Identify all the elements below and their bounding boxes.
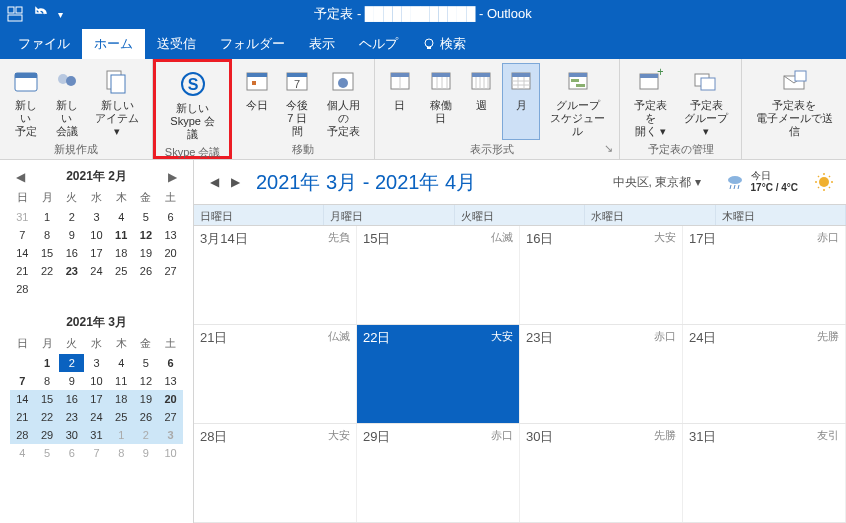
- cal-day[interactable]: 24日先勝: [683, 325, 846, 423]
- mini-cal-day[interactable]: 25: [109, 262, 134, 280]
- mini-cal-day[interactable]: 23: [59, 262, 84, 280]
- mini-cal-day[interactable]: 3: [158, 426, 183, 444]
- mini-cal-day[interactable]: 21: [10, 408, 35, 426]
- mini-cal-day[interactable]: 2: [59, 354, 84, 372]
- cal-day[interactable]: 16日大安: [520, 226, 683, 324]
- cal-day[interactable]: 31日友引: [683, 424, 846, 522]
- mini-cal-day[interactable]: 17: [84, 244, 109, 262]
- tab-file[interactable]: ファイル: [6, 29, 82, 59]
- mini-cal-day[interactable]: 20: [158, 244, 183, 262]
- mini-cal-day[interactable]: 3: [84, 354, 109, 372]
- mini-cal-day[interactable]: 15: [35, 390, 60, 408]
- mini-cal-day[interactable]: 19: [134, 390, 159, 408]
- cal-day[interactable]: 23日赤口: [520, 325, 683, 423]
- cal-next-icon[interactable]: ▶: [227, 173, 244, 191]
- calendar-groups-button[interactable]: 予定表 グループ ▾: [677, 63, 735, 140]
- location-picker[interactable]: 中央区, 東京都 ▾: [613, 174, 701, 191]
- cal-day[interactable]: 3月14日先負: [194, 226, 357, 324]
- cal-prev-icon[interactable]: ◀: [206, 173, 223, 191]
- next-month-icon[interactable]: ▶: [162, 170, 183, 184]
- mini-cal-day[interactable]: 30: [59, 426, 84, 444]
- mini-cal-day[interactable]: 16: [59, 390, 84, 408]
- next7days-button[interactable]: 7今後 7 日間: [278, 63, 316, 140]
- mini-cal-day[interactable]: 8: [35, 226, 60, 244]
- today-button[interactable]: 今日: [238, 63, 276, 140]
- mini-cal-day[interactable]: 21: [10, 262, 35, 280]
- mini-cal-day[interactable]: 5: [134, 354, 159, 372]
- mini-cal-day[interactable]: 25: [109, 408, 134, 426]
- mini-cal-day[interactable]: 8: [109, 444, 134, 462]
- month-view-button[interactable]: 月: [502, 63, 540, 140]
- mini-cal-day[interactable]: 18: [109, 390, 134, 408]
- mini-cal-day[interactable]: 5: [134, 208, 159, 226]
- mini-cal-day[interactable]: 27: [158, 408, 183, 426]
- mini-cal-day[interactable]: 13: [158, 372, 183, 390]
- mini-cal-day[interactable]: 6: [158, 208, 183, 226]
- week-view-button[interactable]: 週: [462, 63, 500, 140]
- mini-cal-day[interactable]: 10: [84, 372, 109, 390]
- cal-day[interactable]: 15日仏滅: [357, 226, 520, 324]
- mini-cal-day[interactable]: 11: [109, 226, 134, 244]
- qat-dropdown-icon[interactable]: ▾: [58, 9, 63, 20]
- new-appointment-button[interactable]: 新しい 予定: [6, 63, 45, 140]
- mini-cal-day[interactable]: 7: [10, 226, 35, 244]
- mini-cal-day[interactable]: 4: [109, 354, 134, 372]
- mini-cal-day[interactable]: 12: [134, 372, 159, 390]
- mini-cal-day[interactable]: 24: [84, 262, 109, 280]
- mini-cal-day[interactable]: [10, 354, 35, 372]
- mini-cal-day[interactable]: 19: [134, 244, 159, 262]
- undo-icon[interactable]: [32, 5, 50, 23]
- mini-cal-day[interactable]: 3: [84, 208, 109, 226]
- tab-view[interactable]: 表示: [297, 29, 347, 59]
- mini-cal-day[interactable]: 12: [134, 226, 159, 244]
- mini-cal-day[interactable]: 4: [109, 208, 134, 226]
- mini-cal-day[interactable]: 31: [10, 208, 35, 226]
- mini-cal-day[interactable]: 8: [35, 372, 60, 390]
- mini-cal-day[interactable]: 5: [35, 444, 60, 462]
- mini-cal-day[interactable]: 2: [134, 426, 159, 444]
- mini-cal-day[interactable]: 29: [35, 426, 60, 444]
- mini-cal-day[interactable]: 27: [158, 262, 183, 280]
- prev-month-icon[interactable]: ◀: [10, 170, 31, 184]
- mini-cal-day[interactable]: 28: [10, 280, 35, 298]
- mini-cal-day[interactable]: 16: [59, 244, 84, 262]
- mini-cal-day[interactable]: 14: [10, 244, 35, 262]
- tab-sendrecv[interactable]: 送受信: [145, 29, 208, 59]
- new-meeting-button[interactable]: 新しい 会議: [47, 63, 86, 140]
- new-skype-meeting-button[interactable]: S新しい Skype 会議: [162, 66, 223, 143]
- mini-cal-day[interactable]: 26: [134, 408, 159, 426]
- mini-cal-day[interactable]: 9: [134, 444, 159, 462]
- tab-folder[interactable]: フォルダー: [208, 29, 297, 59]
- mini-cal-day[interactable]: 14: [10, 390, 35, 408]
- mini-cal-day[interactable]: 4: [10, 444, 35, 462]
- mini-cal-day[interactable]: 26: [134, 262, 159, 280]
- mini-cal-day[interactable]: 10: [158, 444, 183, 462]
- mini-cal-day[interactable]: 7: [10, 372, 35, 390]
- mini-cal-day[interactable]: 22: [35, 408, 60, 426]
- mini-cal-day[interactable]: 7: [84, 444, 109, 462]
- tab-search[interactable]: 検索: [410, 29, 478, 59]
- tab-home[interactable]: ホーム: [82, 29, 145, 59]
- workweek-view-button[interactable]: 稼働日: [421, 63, 460, 140]
- tab-help[interactable]: ヘルプ: [347, 29, 410, 59]
- mini-cal-day[interactable]: 1: [109, 426, 134, 444]
- mini-cal-day[interactable]: 1: [35, 354, 60, 372]
- mini-cal-day[interactable]: 6: [59, 444, 84, 462]
- arrange-launcher-icon[interactable]: ↘: [604, 142, 613, 157]
- cal-day[interactable]: 21日仏滅: [194, 325, 357, 423]
- mini-cal-day[interactable]: 18: [109, 244, 134, 262]
- open-calendar-button[interactable]: +予定表を 開く ▾: [626, 63, 676, 140]
- group-schedule-button[interactable]: グループ スケジュール: [542, 63, 612, 140]
- mini-cal-day[interactable]: 28: [10, 426, 35, 444]
- cal-day[interactable]: 17日赤口: [683, 226, 846, 324]
- personal-calendar-button[interactable]: 個人用の 予定表: [318, 63, 367, 140]
- mini-cal-day[interactable]: 2: [59, 208, 84, 226]
- cal-day[interactable]: 28日大安: [194, 424, 357, 522]
- mini-cal-day[interactable]: 13: [158, 226, 183, 244]
- mini-cal-day[interactable]: 1: [35, 208, 60, 226]
- day-view-button[interactable]: 日: [381, 63, 419, 140]
- mini-cal-day[interactable]: 6: [158, 354, 183, 372]
- mini-cal-day[interactable]: 11: [109, 372, 134, 390]
- mini-cal-day[interactable]: 9: [59, 226, 84, 244]
- cal-day[interactable]: 30日先勝: [520, 424, 683, 522]
